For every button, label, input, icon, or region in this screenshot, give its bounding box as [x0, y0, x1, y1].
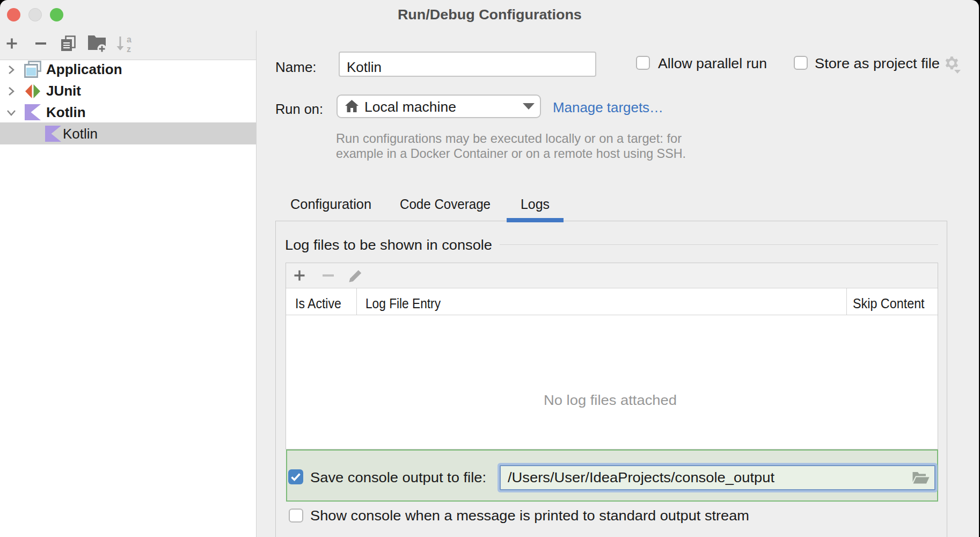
- svg-text:z: z: [127, 45, 131, 54]
- svg-text:a: a: [127, 35, 131, 44]
